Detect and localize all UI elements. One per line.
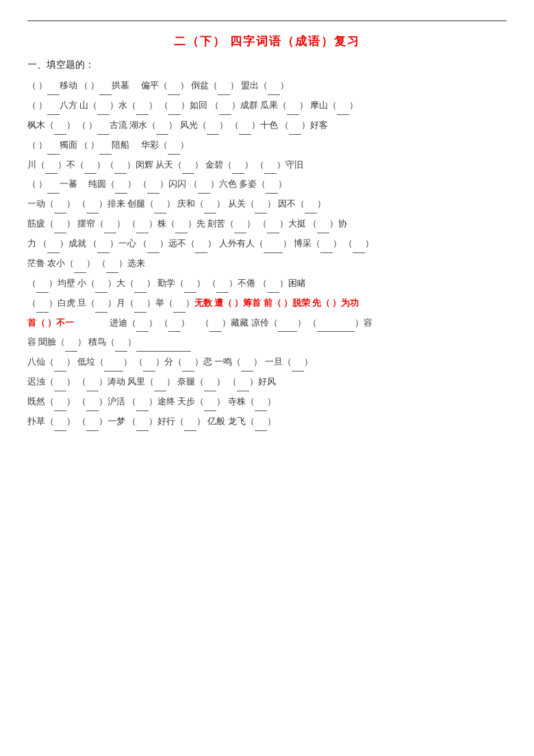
- line-7: 一动（） （）排来 创腿（） 庆和（） 从关（） 因不（）: [27, 195, 507, 213]
- line-3: 枫木（） （ ）古流 湖水（） 风光（） （）十色 （）好客: [27, 116, 507, 135]
- line-10: 茫鲁 农小（） （）选来: [27, 255, 507, 273]
- line-16: 迟浊（） （）涛动 风里（） 奈腿（） （）好风: [27, 373, 507, 391]
- line-13: 首（ ）不一 进迪（） （） （）藏藏 凉伶（） （）容: [27, 314, 507, 333]
- line-8: 筋疲（） 摆帘（） （）株（）先 刻苦（） （）大挺 （）协: [27, 215, 507, 233]
- page-title: 二（下） 四字词语（成语）复习: [27, 34, 507, 49]
- line-9: 力 （）成就 （）一心 （）远不（） 人外有人（） 博采（） （）: [27, 235, 507, 253]
- line-17: 既然（） （）沪活 （）途终 天步（） 寺株（）: [27, 393, 507, 411]
- line-15: 八仙（） 低垃（） （）分（）恋 一鸣（） 一旦（）: [27, 353, 507, 372]
- line-6: （ ）一蕃 纯圆（） （）闪闪 （）六色 多姿（）: [27, 175, 507, 194]
- content-area: （ ）移动 （ ）拱墓 偏平（） 倒盆（） 盟出（） （ ）八方 山（）水（） …: [27, 77, 507, 431]
- line-14: 容 聞臉（） 積鸟（）: [27, 333, 507, 352]
- line-5: 川（）不（）（）闵辉 从天（） 金碧（） （）守旧: [27, 156, 507, 174]
- line-1: （ ）移动 （ ）拱墓 偏平（） 倒盆（） 盟出（）: [27, 77, 507, 95]
- line-2: （ ）八方 山（）水（） （）如回 （）成群 瓜果（） 摩山（）: [27, 96, 507, 115]
- line-4: （ ）獨面 （ ）陪船 华彩（）: [27, 136, 507, 155]
- line-11: （）均壁 小（）大（） 勤学（） （）不倦 （）困睹: [27, 274, 507, 293]
- line-12: （）白虎 旦（）月（）举（）无数 遭（ ）筹首 前（ ）脱荣 先（ ）为功: [27, 294, 507, 313]
- section-header: 一、填空题的：: [27, 59, 507, 71]
- line-18: 扑草（） （）一梦 （）好行（） 亿般 龙飞（）: [27, 413, 507, 431]
- top-divider: [27, 21, 507, 21]
